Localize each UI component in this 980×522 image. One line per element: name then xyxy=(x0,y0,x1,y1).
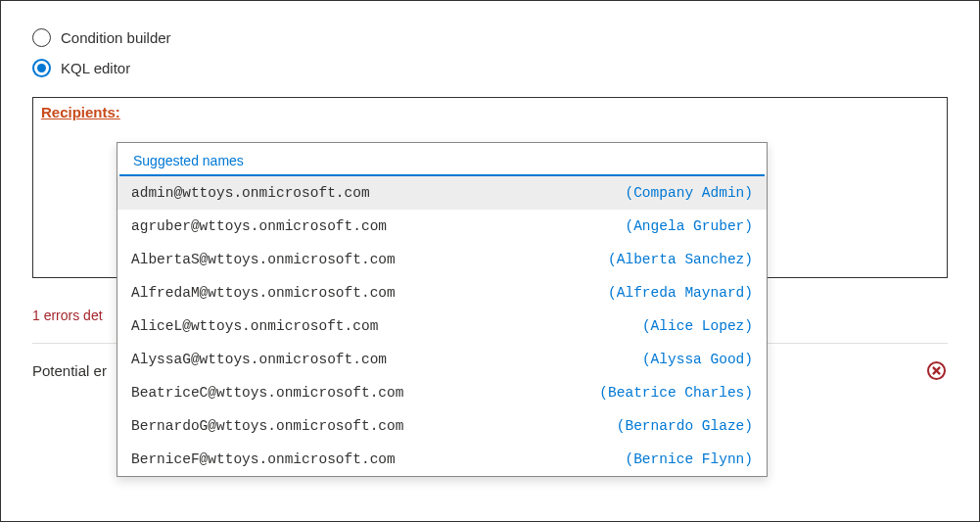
suggestion-display-name: (Alfreda Maynard) xyxy=(608,285,753,301)
suggestion-item[interactable]: admin@wttoys.onmicrosoft.com(Company Adm… xyxy=(117,176,767,210)
suggestion-display-name: (Alice Lopez) xyxy=(642,318,753,334)
radio-dot-icon xyxy=(37,64,46,72)
radio-selected-icon xyxy=(32,59,51,77)
suggestion-item[interactable]: AliceL@wttoys.onmicrosoft.com(Alice Lope… xyxy=(117,309,767,343)
suggestion-item[interactable]: BeatriceC@wttoys.onmicrosoft.com(Beatric… xyxy=(117,376,767,409)
suggestions-list: admin@wttoys.onmicrosoft.com(Company Adm… xyxy=(117,176,767,476)
suggestion-item[interactable]: BernardoG@wttoys.onmicrosoft.com(Bernard… xyxy=(117,409,767,443)
recipients-keyword: Recipients: xyxy=(41,104,120,120)
suggestion-display-name: (Bernardo Glaze) xyxy=(617,418,753,434)
radio-empty-icon xyxy=(32,28,51,47)
suggestion-display-name: (Alberta Sanchez) xyxy=(608,252,753,267)
query-mode-radio-group: Condition builder KQL editor xyxy=(1,1,979,77)
suggestion-email: AlyssaG@wttoys.onmicrosoft.com xyxy=(131,352,387,367)
suggestions-header: Suggested names xyxy=(119,143,765,176)
suggestion-display-name: (Company Admin) xyxy=(625,185,753,201)
potential-errors-label: Potential er xyxy=(32,362,107,379)
suggestion-item[interactable]: AlfredaM@wttoys.onmicrosoft.com(Alfreda … xyxy=(117,276,767,309)
suggestion-email: AlfredaM@wttoys.onmicrosoft.com xyxy=(131,285,396,301)
radio-condition-builder[interactable]: Condition builder xyxy=(32,28,979,47)
suggestion-email: AlbertaS@wttoys.onmicrosoft.com xyxy=(131,252,396,267)
radio-label-condition-builder: Condition builder xyxy=(61,29,171,46)
suggestion-display-name: (Alyssa Good) xyxy=(642,352,753,367)
suggestion-display-name: (Beatrice Charles) xyxy=(599,385,753,401)
suggestion-email: BernardoG@wttoys.onmicrosoft.com xyxy=(131,418,403,434)
suggestion-display-name: (Angela Gruber) xyxy=(625,218,753,234)
radio-label-kql-editor: KQL editor xyxy=(61,60,130,76)
suggestion-item[interactable]: AlyssaG@wttoys.onmicrosoft.com(Alyssa Go… xyxy=(117,343,767,376)
radio-kql-editor[interactable]: KQL editor xyxy=(32,59,979,77)
close-icon xyxy=(932,366,941,375)
suggestion-email: BeatriceC@wttoys.onmicrosoft.com xyxy=(131,385,403,401)
suggestions-dropdown: Suggested names admin@wttoys.onmicrosoft… xyxy=(117,142,768,477)
dismiss-button[interactable] xyxy=(927,361,946,380)
suggestion-email: admin@wttoys.onmicrosoft.com xyxy=(131,185,370,201)
suggestion-item[interactable]: agruber@wttoys.onmicrosoft.com(Angela Gr… xyxy=(117,210,767,243)
suggestion-item[interactable]: BerniceF@wttoys.onmicrosoft.com(Bernice … xyxy=(117,443,767,476)
suggestion-item[interactable]: AlbertaS@wttoys.onmicrosoft.com(Alberta … xyxy=(117,243,767,276)
suggestion-email: agruber@wttoys.onmicrosoft.com xyxy=(131,218,387,234)
suggestion-email: AliceL@wttoys.onmicrosoft.com xyxy=(131,318,378,334)
suggestion-display-name: (Bernice Flynn) xyxy=(625,451,753,467)
suggestion-email: BerniceF@wttoys.onmicrosoft.com xyxy=(131,451,396,467)
